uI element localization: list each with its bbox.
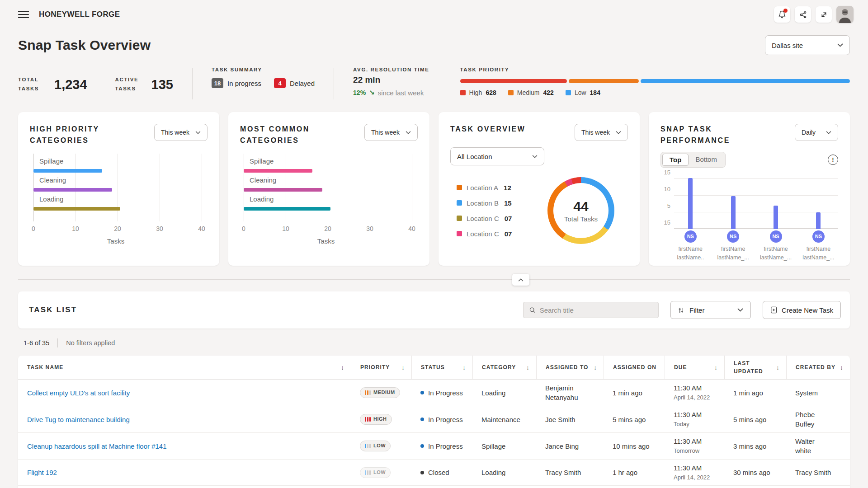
status-cell: Closed [420, 468, 468, 477]
toggle-top[interactable]: Top [662, 154, 689, 166]
low-swatch [566, 90, 571, 95]
task-table: TASK NAME↓ PRIORITY↓ STATUS↓ CATEGORY↓ A… [18, 356, 850, 488]
site-selector[interactable]: Dallas site [765, 35, 850, 55]
created-by-cell: System [786, 385, 850, 401]
task-link[interactable]: Cleanup hazardous spill at Machine floor… [27, 442, 167, 450]
table-row: Drive Tug to maintenance building HIGH I… [18, 406, 850, 433]
col-category: CATEGORY↓ [472, 356, 536, 379]
due-cell: 11:30 AMApril 14, 2022 [665, 380, 724, 405]
sort-icon[interactable]: ↓ [341, 363, 344, 372]
section-divider [18, 279, 850, 280]
legend-value: 628 [486, 89, 496, 96]
in-progress-label: In progress [227, 80, 261, 87]
chevron-down-icon [195, 131, 201, 134]
due-cell: 11:30 AMToday [665, 406, 724, 432]
notifications-button[interactable] [774, 6, 790, 23]
card-title: HIGH PRIORITY CATEGORIES [30, 124, 109, 146]
period-selector[interactable]: This week [575, 124, 628, 141]
period-selector[interactable]: This week [154, 124, 208, 141]
assigned-to-cell: Joe Smith [536, 411, 604, 428]
priority-stacked-bar [460, 79, 850, 83]
assigned-to-cell: Jance Bing [536, 438, 604, 455]
table-row: Flight 192 LOW Closed Loading Tracy Smit… [18, 460, 850, 486]
status-dot [420, 418, 424, 421]
task-overview-card: TASK OVERVIEW This week All Location Loc… [439, 112, 640, 266]
bar-label: Spillage [33, 157, 202, 165]
period-selector[interactable]: Daily [795, 124, 838, 141]
search-input[interactable] [540, 306, 653, 314]
share-button[interactable] [795, 6, 811, 23]
active-tasks-label: ACTIVE TASKS [115, 75, 143, 93]
assigned-on-cell: 1 min ago [604, 385, 665, 401]
snap-task-performance-card: SNAP TASK PERFORMANCE Daily Top Bottom !… [649, 112, 850, 266]
hbar-chart: Spillage Cleaning Loading 010 2030 40 Ta… [240, 154, 418, 245]
avatar-badge: NS [770, 230, 782, 243]
location-selector[interactable]: All Location [450, 147, 544, 165]
bar-loading [244, 207, 330, 211]
delayed-label: Delayed [290, 80, 315, 87]
period-selector[interactable]: This week [364, 124, 418, 141]
y-tick: 10 [660, 185, 670, 192]
fullscreen-button[interactable] [816, 6, 832, 23]
new-task-icon [770, 306, 777, 314]
created-by-cell: Tracy Smith [786, 464, 850, 481]
collapse-button[interactable] [512, 274, 529, 286]
priority-badge: HIGH [360, 414, 392, 425]
page-title: Snap Task Overview [18, 38, 151, 53]
chevron-down-icon [406, 131, 411, 134]
info-icon[interactable]: ! [828, 155, 838, 165]
card-title: SNAP TASK PERFORMANCE [660, 124, 767, 146]
col-priority: PRIORITY↓ [351, 356, 411, 379]
assigned-on-cell: 5 mins ago [604, 411, 665, 428]
expand-icon [820, 11, 828, 19]
filter-sliders-icon [678, 307, 685, 314]
col-task-name: TASK NAME↓ [18, 356, 351, 379]
col-created-by: CREATED BY↓ [786, 356, 850, 379]
donut-total: 44 [573, 199, 588, 214]
priority-badge: LOW [360, 441, 391, 451]
sort-icon[interactable]: ↓ [840, 363, 844, 372]
person-column: NS firstNamelastName_... [793, 229, 843, 263]
user-avatar[interactable] [836, 6, 854, 23]
avatar-badge: NS [684, 230, 697, 243]
priority-badge: MEDIUM [360, 387, 400, 398]
task-link[interactable]: Collect empty ULD’s at sort facility [27, 389, 130, 397]
menu-icon[interactable] [18, 11, 29, 18]
legend-value: 184 [590, 89, 600, 96]
last-updated-cell: 1 min ago [724, 385, 786, 401]
assigned-on-cell: 1 hr ago [604, 464, 665, 481]
legend-item: Location A12 [457, 184, 512, 192]
donut-caption: Total Tasks [564, 215, 598, 223]
toggle-bottom[interactable]: Bottom [689, 154, 724, 166]
sort-icon[interactable]: ↓ [526, 363, 530, 372]
hbar-chart: Spillage Cleaning Loading 010 2030 40 Ta… [30, 154, 208, 245]
y-tick: 15 [660, 169, 670, 175]
filter-button[interactable]: Filter [670, 301, 751, 319]
table-row: Collect empty ULD’s at sort facility MED… [18, 380, 850, 406]
top-bottom-toggle: Top Bottom [660, 152, 726, 168]
perf-bar [774, 206, 778, 229]
in-progress-count-badge: 18 [212, 78, 223, 88]
share-icon [799, 11, 807, 19]
sort-icon[interactable]: ↓ [401, 363, 405, 372]
chevron-up-icon [518, 278, 524, 282]
sort-icon[interactable]: ↓ [776, 363, 780, 372]
category-cell: Maintenance [472, 411, 536, 428]
sort-icon[interactable]: ↓ [462, 363, 466, 372]
stats-row: TOTAL TASKS 1,234 ACTIVE TASKS 135 TASK … [0, 55, 868, 102]
search-box[interactable] [523, 302, 659, 318]
sort-icon[interactable]: ↓ [714, 363, 718, 372]
status-dot [420, 471, 424, 474]
status-dot [420, 444, 424, 448]
task-link[interactable]: Drive Tug to maintenance building [27, 416, 130, 423]
donut-legend: Location A12 Location B15 Location C07 L… [457, 184, 512, 238]
task-link[interactable]: Flight 192 [27, 469, 57, 476]
avatar-badge: NS [812, 230, 825, 243]
col-due: DUE↓ [665, 356, 724, 379]
create-new-task-button[interactable]: Create New Task [763, 301, 841, 319]
medium-swatch [508, 90, 514, 95]
legend-item-high: High 628 [460, 89, 496, 96]
legend-item-medium: Medium 422 [508, 89, 554, 96]
bar-spillage [244, 169, 312, 173]
sort-icon[interactable]: ↓ [594, 363, 597, 372]
